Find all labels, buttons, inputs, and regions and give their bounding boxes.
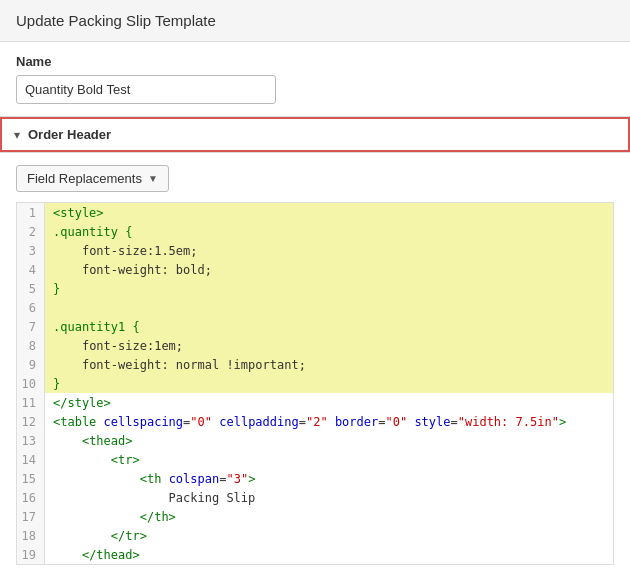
code-line: 16 Packing Slip: [17, 488, 613, 507]
code-line: 3 font-size:1.5em;: [17, 241, 613, 260]
line-number: 16: [17, 488, 45, 507]
line-content: <th colspan="3">: [45, 469, 255, 488]
line-number: 11: [17, 393, 45, 412]
line-content: <tr>: [45, 450, 140, 469]
code-line: 4 font-weight: bold;: [17, 260, 613, 279]
code-line: 11 </style>: [17, 393, 613, 412]
line-number: 14: [17, 450, 45, 469]
line-content: font-weight: bold;: [45, 260, 212, 279]
order-header-title: Order Header: [28, 127, 111, 142]
order-header-section: ▾ Order Header: [0, 116, 630, 153]
line-content: </tr>: [45, 526, 147, 545]
code-line: 17 </th>: [17, 507, 613, 526]
line-number: 3: [17, 241, 45, 260]
code-line: 6: [17, 298, 613, 317]
code-line: 9 font-weight: normal !important;: [17, 355, 613, 374]
code-line: 13 <thead>: [17, 431, 613, 450]
line-number: 12: [17, 412, 45, 431]
line-number: 1: [17, 203, 45, 222]
line-content: font-weight: normal !important;: [45, 355, 306, 374]
code-line: 15 <th colspan="3">: [17, 469, 613, 488]
line-number: 10: [17, 374, 45, 393]
line-content: </style>: [45, 393, 111, 412]
dropdown-arrow-icon: ▼: [148, 173, 158, 184]
line-content: </th>: [45, 507, 176, 526]
line-content: font-size:1.5em;: [45, 241, 198, 260]
line-content: }: [45, 374, 60, 393]
line-content: <style>: [45, 203, 104, 222]
field-replacements-button[interactable]: Field Replacements ▼: [16, 165, 169, 192]
line-number: 17: [17, 507, 45, 526]
code-line: 5 }: [17, 279, 613, 298]
code-editor[interactable]: 1 <style> 2 .quantity { 3 font-size:1.5e…: [16, 202, 614, 565]
code-line: 2 .quantity {: [17, 222, 613, 241]
line-number: 15: [17, 469, 45, 488]
code-line: 19 </thead>: [17, 545, 613, 564]
line-number: 8: [17, 336, 45, 355]
order-header-chevron: ▾: [14, 128, 20, 142]
line-content: </thead>: [45, 545, 140, 564]
code-line: 7 .quantity1 {: [17, 317, 613, 336]
name-input[interactable]: [16, 75, 276, 104]
line-number: 18: [17, 526, 45, 545]
line-number: 13: [17, 431, 45, 450]
line-number: 19: [17, 545, 45, 564]
line-content: }: [45, 279, 60, 298]
line-number: 5: [17, 279, 45, 298]
line-number: 9: [17, 355, 45, 374]
line-content: font-size:1em;: [45, 336, 183, 355]
code-line: 8 font-size:1em;: [17, 336, 613, 355]
line-content: .quantity {: [45, 222, 132, 241]
line-number: 6: [17, 298, 45, 317]
code-line: 10 }: [17, 374, 613, 393]
line-content: Packing Slip: [45, 488, 255, 507]
order-header-toggle[interactable]: ▾ Order Header: [0, 117, 630, 152]
field-replacements-label: Field Replacements: [27, 171, 142, 186]
code-line: 1 <style>: [17, 203, 613, 222]
line-number: 4: [17, 260, 45, 279]
line-content: .quantity1 {: [45, 317, 140, 336]
code-line: 18 </tr>: [17, 526, 613, 545]
page-title: Update Packing Slip Template: [0, 0, 630, 42]
line-number: 2: [17, 222, 45, 241]
name-section: Name: [0, 42, 630, 116]
code-line: 12 <table cellspacing="0" cellpadding="2…: [17, 412, 613, 431]
line-content: [45, 298, 53, 317]
order-header-body: Field Replacements ▼ 1 <style> 2 .quanti…: [0, 153, 630, 573]
line-content: <thead>: [45, 431, 132, 450]
line-number: 7: [17, 317, 45, 336]
name-label: Name: [16, 54, 614, 69]
line-content: <table cellspacing="0" cellpadding="2" b…: [45, 412, 566, 431]
code-line: 14 <tr>: [17, 450, 613, 469]
